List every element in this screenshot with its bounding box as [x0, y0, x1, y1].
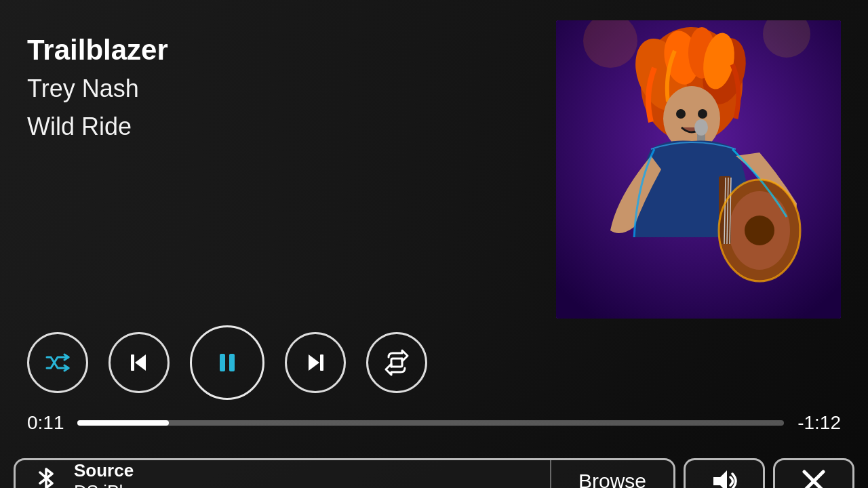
- shuffle-button[interactable]: [27, 332, 88, 393]
- pause-icon: [213, 348, 241, 377]
- album-art-image: [556, 20, 841, 319]
- main-container: Trailblazer Trey Nash Wild Ride: [0, 0, 868, 488]
- repeat-button[interactable]: [366, 332, 427, 393]
- progress-fill: [77, 420, 169, 426]
- svg-point-9: [676, 109, 686, 119]
- source-button[interactable]: Source DS iPhone: [16, 460, 550, 488]
- volume-button[interactable]: [684, 458, 765, 488]
- svg-rect-25: [131, 354, 134, 371]
- svg-point-20: [745, 216, 774, 245]
- shuffle-icon: [44, 349, 71, 376]
- next-button[interactable]: [285, 332, 346, 393]
- current-time: 0:11: [27, 412, 68, 434]
- album-art-svg: [556, 20, 841, 319]
- source-browse-area: Source DS iPhone Browse: [14, 458, 675, 488]
- browse-button[interactable]: Browse: [551, 460, 673, 488]
- bottom-bar: Source DS iPhone Browse: [0, 447, 868, 488]
- pause-button[interactable]: [190, 325, 264, 400]
- svg-rect-26: [220, 354, 225, 371]
- volume-icon: [708, 465, 741, 488]
- track-info: Trailblazer Trey Nash Wild Ride: [27, 20, 556, 319]
- controls-area: 0:11 -1:12: [0, 319, 868, 447]
- svg-rect-29: [320, 354, 323, 371]
- browse-label: Browse: [578, 470, 646, 488]
- svg-point-12: [694, 119, 708, 136]
- source-text: Source DS iPhone: [74, 460, 158, 488]
- svg-marker-28: [309, 354, 319, 371]
- track-album: Wild Ride: [27, 113, 556, 141]
- repeat-icon: [383, 349, 410, 376]
- album-art: [556, 20, 841, 319]
- progress-bar[interactable]: [77, 420, 784, 426]
- previous-icon: [125, 349, 153, 376]
- svg-point-10: [698, 109, 707, 119]
- track-artist: Trey Nash: [27, 75, 556, 103]
- source-name: DS iPhone: [74, 481, 158, 488]
- previous-button[interactable]: [108, 332, 170, 393]
- source-label: Source: [74, 460, 158, 481]
- close-icon: [797, 465, 830, 488]
- remaining-time: -1:12: [793, 412, 841, 434]
- close-button[interactable]: [773, 458, 854, 488]
- svg-marker-30: [713, 470, 727, 488]
- next-icon: [302, 349, 329, 376]
- bluetooth-icon: [32, 464, 60, 489]
- top-area: Trailblazer Trey Nash Wild Ride: [0, 0, 868, 319]
- playback-buttons: [27, 325, 841, 400]
- svg-marker-24: [135, 354, 146, 371]
- track-title: Trailblazer: [27, 34, 556, 66]
- svg-rect-27: [229, 354, 235, 371]
- progress-area: 0:11 -1:12: [27, 412, 841, 434]
